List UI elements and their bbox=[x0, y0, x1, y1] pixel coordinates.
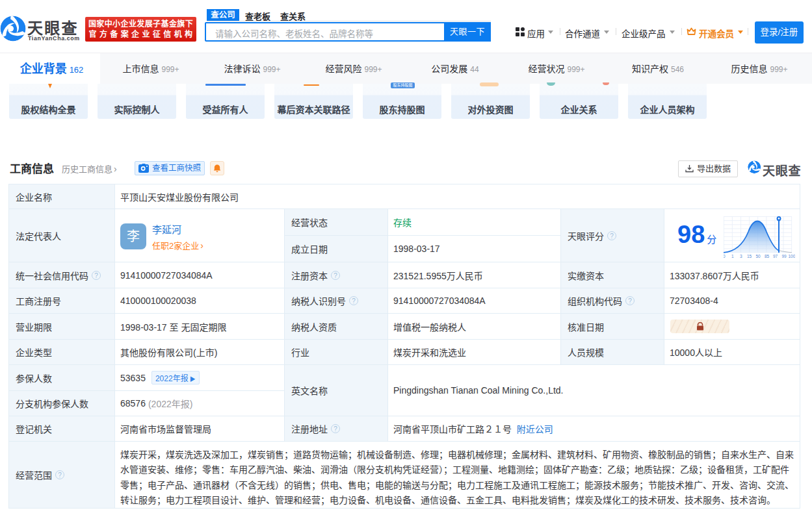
svg-text:85: 85 bbox=[765, 254, 770, 258]
svg-text:0: 0 bbox=[724, 254, 726, 258]
svg-text:100: 100 bbox=[789, 254, 796, 258]
svg-text:3: 3 bbox=[740, 254, 742, 258]
svg-text:1: 1 bbox=[731, 254, 734, 258]
svg-text:15: 15 bbox=[747, 254, 752, 258]
svg-text:99: 99 bbox=[782, 254, 787, 258]
svg-text:97: 97 bbox=[773, 254, 778, 258]
svg-text:50: 50 bbox=[756, 254, 761, 258]
